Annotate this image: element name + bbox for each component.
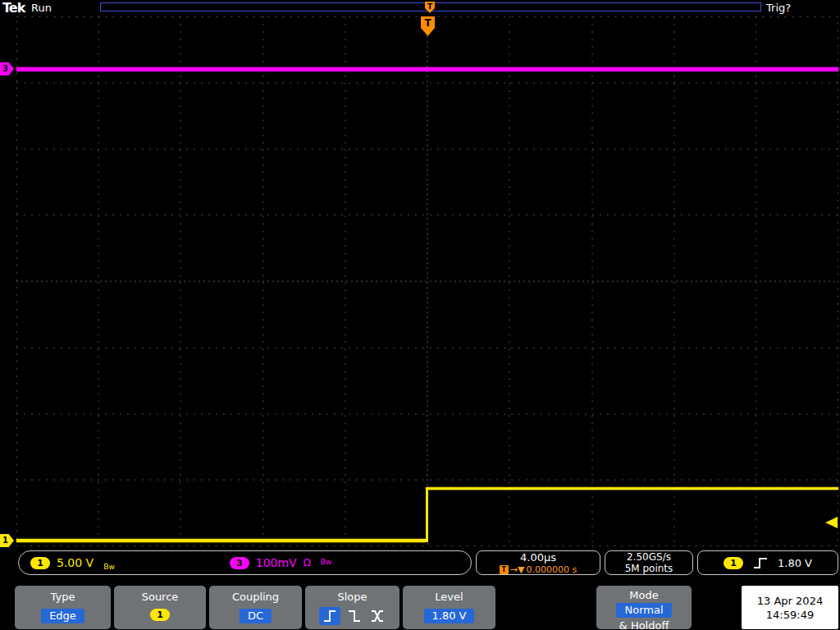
menu-mode-suffix: & Holdoff xyxy=(619,619,669,630)
channel3-bandwidth-icon: Bw xyxy=(321,558,332,569)
record-length: 5M points xyxy=(625,563,673,574)
datetime-box: 13 Apr 2024 14:59:49 xyxy=(742,586,838,629)
slope-options xyxy=(319,607,386,625)
trigger-readout-box: 1 1.80 V xyxy=(697,550,838,575)
either-slope-icon[interactable] xyxy=(368,608,386,624)
menu-coupling-title: Coupling xyxy=(232,591,279,603)
menu-button-level[interactable]: Level 1.80 V xyxy=(403,586,495,629)
rising-slope-icon[interactable] xyxy=(319,607,340,625)
acquisition-readout-box: 2.50GS/s 5M points xyxy=(605,550,693,575)
channel1-scale: 5.00 V xyxy=(57,556,94,569)
tek-logo: Tek xyxy=(2,0,25,16)
menu-type-title: Type xyxy=(51,591,75,603)
trigger-arrow-icon: →▼ xyxy=(510,564,525,575)
graticule: T xyxy=(16,16,838,546)
trigger-source-badge: 1 xyxy=(724,557,743,569)
acquisition-status: Run xyxy=(31,2,52,14)
menu-type-value: Edge xyxy=(41,609,84,623)
menu-source-value-badge: 1 xyxy=(150,609,170,621)
menu-mode-value: Normal xyxy=(616,603,671,618)
channel1-bandwidth-icon: Bw xyxy=(103,563,115,574)
menu-button-type[interactable]: Type Edge xyxy=(15,586,111,629)
trigger-status: Trig? xyxy=(766,2,791,14)
menu-level-title: Level xyxy=(435,591,463,603)
channel3-ground-marker[interactable]: 3 xyxy=(0,62,14,75)
menu-slope-title: Slope xyxy=(337,591,367,603)
trigger-level-value: 1.80 V xyxy=(778,557,812,569)
trigger-position-bar[interactable]: T xyxy=(100,2,761,11)
sample-rate: 2.50GS/s xyxy=(627,551,671,563)
channel1-trace-high xyxy=(426,487,838,490)
menu-source-title: Source xyxy=(142,591,179,603)
time-label: 14:59:49 xyxy=(766,609,814,621)
menu-button-mode[interactable]: Mode Normal & Holdoff xyxy=(596,586,692,629)
channel3-readout-group: 3 100mV Ω Bw xyxy=(230,556,332,569)
date-label: 13 Apr 2024 xyxy=(757,595,823,607)
channel3-impedance-icon: Ω xyxy=(304,557,311,568)
trigger-position-value: 0.000000 s xyxy=(526,564,577,575)
channel1-badge: 1 xyxy=(30,557,50,569)
trigger-position-readout: T →▼ 0.000000 s xyxy=(500,564,577,575)
trigger-position-icon[interactable]: T xyxy=(425,2,435,13)
menu-button-coupling[interactable]: Coupling DC xyxy=(209,586,302,629)
trigger-t-icon: T xyxy=(500,565,509,574)
menu-mode-title: Mode xyxy=(629,589,658,601)
channel3-trace xyxy=(16,67,838,71)
menu-button-slope[interactable]: Slope xyxy=(305,586,399,629)
horizontal-readout-box: 4.00µs T →▼ 0.000000 s xyxy=(476,550,600,575)
graticule-grid xyxy=(16,16,838,546)
channel3-scale: 100mV xyxy=(256,556,297,569)
falling-slope-icon[interactable] xyxy=(345,608,363,624)
rising-slope-icon xyxy=(753,557,768,569)
channel1-trace-low xyxy=(16,539,426,542)
menu-level-value: 1.80 V xyxy=(424,609,475,623)
channel3-badge: 3 xyxy=(230,557,249,569)
timebase-scale: 4.00µs xyxy=(520,551,556,564)
channel1-ground-marker[interactable]: 1 xyxy=(0,534,14,547)
channel1-trace-rising-edge xyxy=(426,488,428,542)
menu-button-source[interactable]: Source 1 xyxy=(114,586,206,629)
channel-readout-box: 1 5.00 V Bw 3 100mV Ω Bw xyxy=(18,550,472,575)
menu-coupling-value: DC xyxy=(240,609,272,623)
